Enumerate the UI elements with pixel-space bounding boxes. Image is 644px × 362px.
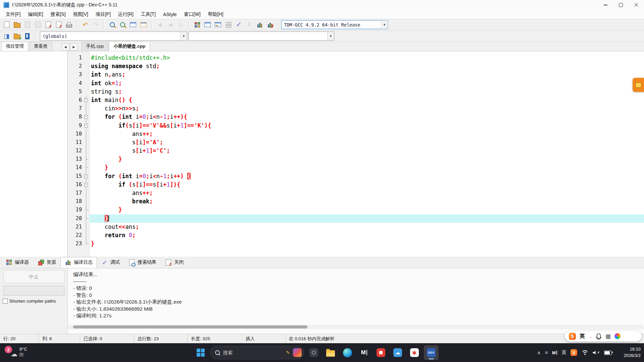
start-button[interactable] [197,349,205,357]
close-file-button[interactable] [43,20,53,30]
forward-button[interactable]: ◀ [165,20,176,30]
dev-cpp-button[interactable]: DEV [424,345,439,360]
compile-run-button[interactable] [213,20,223,30]
ime-language-indicator[interactable]: 英 [561,350,566,356]
run-button[interactable] [202,20,213,30]
line-number: 22 [68,231,84,240]
open-file-button[interactable] [12,20,22,30]
save-icon [25,21,30,28]
members-select[interactable] [189,32,334,41]
scrollbar-thumb[interactable] [73,325,307,328]
shorten-paths-checkbox[interactable] [3,299,8,304]
undo-button[interactable]: ↶ [80,20,91,30]
report-tab-0[interactable]: 编译器 [1,257,33,268]
close-all-button[interactable] [53,20,64,30]
abort-button[interactable]: 中止 [3,270,64,283]
camera-app-button[interactable] [306,345,321,360]
new-source-button[interactable]: ◨ [1,31,12,41]
mail-app-button[interactable]: M [357,345,371,360]
sogou-tray-icon[interactable]: S [571,349,577,356]
menu-item-8[interactable]: 窗口[W] [181,10,204,18]
save-button[interactable] [22,20,33,30]
report-tab-2[interactable]: 编译日志 [60,257,97,268]
find-button[interactable] [107,20,117,30]
profile-delete-button[interactable] [265,20,275,30]
ime-skin-icon[interactable] [614,333,621,339]
chevron-down-icon [327,32,334,40]
report-tab-1[interactable]: 资源 [33,257,60,268]
menu-item-1[interactable]: 编辑[E] [24,10,47,18]
file-explorer-button[interactable] [323,345,338,360]
keyboard-icon[interactable]: ▦ [605,333,611,340]
tab-scroll-left-button[interactable]: ◀ [62,43,69,51]
shorten-paths-option[interactable]: Shorten compiler paths [3,299,56,304]
tray-sliders-icon[interactable]: ≡ [545,350,548,355]
compiler-select[interactable]: TDM-GCC 4.9.2 64-bit Release [281,20,388,29]
menu-item-5[interactable]: 运行[R] [114,10,137,18]
panel-tab-1[interactable]: 查看类 [30,42,52,51]
file-tab-1[interactable]: 小果的键盘.cpp [109,42,150,51]
report-tab-5[interactable]: 关闭 [161,257,188,268]
goto-line-button[interactable] [128,20,138,30]
minimize-button[interactable] [598,0,613,10]
syntax-check-button[interactable]: ✓ [234,20,244,30]
ime-punctuation-toggle[interactable]: ， [589,333,593,339]
battery-icon[interactable] [604,351,612,355]
panel-tab-0[interactable]: 项目管理 [1,42,28,51]
globals-select[interactable]: (globals) [40,32,187,41]
red-app-button[interactable] [374,345,388,360]
print-button[interactable] [64,20,74,30]
weather-widget[interactable]: 2 ☁ 8°C 阴 [5,346,27,358]
status-segment-5: 插入 [242,334,286,344]
close-button[interactable] [629,0,644,10]
log-horizontal-scrollbar[interactable] [68,325,643,329]
fold-marker-icon[interactable] [84,113,89,121]
microphone-icon[interactable] [597,333,601,339]
volume-muted-icon[interactable]: ✗ [593,351,600,355]
goto-function-button[interactable] [138,20,149,30]
cloud-app-button[interactable]: ☁ [390,345,405,360]
profile-button[interactable] [254,20,265,30]
report-tab-3[interactable]: ✓调试 [97,257,124,268]
menu-item-3[interactable]: 视图[V] [69,10,92,18]
menu-item-0[interactable]: 文件[F] [2,10,24,18]
huawei-app-button[interactable]: ∗ [407,345,422,360]
bookmark-button[interactable] [22,31,33,41]
replace-button[interactable] [117,20,128,30]
add-to-project-button[interactable] [12,31,22,41]
taskbar-clock[interactable]: 16:10 2026/3/2 [624,346,641,359]
abort-compile-button[interactable]: ✗ [244,20,254,30]
compile-button[interactable] [192,20,202,30]
ime-language-toggle[interactable]: 英 [580,333,585,340]
fold-marker-icon[interactable] [84,121,89,130]
taskbar-search[interactable]: 搜索 ✎ [210,346,304,359]
maximize-button[interactable] [613,0,629,10]
project-browser-panel[interactable] [0,51,68,257]
tab-scroll-right-button[interactable]: ▶ [70,43,78,51]
rebuild-all-button[interactable] [223,20,234,30]
fold-marker-icon[interactable] [84,96,89,104]
fold-marker-icon[interactable] [84,172,89,180]
code-editor[interactable]: 1#include<bits/stdc++.h>2using namespace… [68,51,644,257]
back-button[interactable]: ◀ [155,20,165,30]
toggle-breakpoint-button[interactable]: ⊜ [176,20,186,30]
file-tab-0[interactable]: 手机.cpp [82,42,109,51]
menu-item-2[interactable]: 搜索[S] [47,10,69,18]
sogou-logo-icon[interactable]: S [569,333,576,340]
fold-marker-icon[interactable] [84,180,89,189]
weather-temp: 8°C [19,347,27,352]
new-file-button[interactable] [1,20,12,30]
menu-item-4[interactable]: 项目[P] [92,10,114,18]
report-tab-4[interactable]: 搜索结果 [124,257,161,268]
save-all-button[interactable] [33,20,43,30]
tray-mail-icon[interactable]: M [552,350,557,355]
redo-button[interactable]: ↷ [91,20,101,30]
edge-browser-button[interactable] [340,345,355,360]
floating-sidebar-widget[interactable] [633,78,644,92]
wifi-icon[interactable] [582,350,588,355]
menu-item-6[interactable]: 工具[T] [137,10,159,18]
tray-expand-button[interactable]: ∧ [537,350,541,355]
menu-item-7[interactable]: AStyle [159,11,180,18]
menu-item-9[interactable]: 帮助[H] [204,10,227,18]
report-tab-label: 搜索结果 [138,259,156,265]
